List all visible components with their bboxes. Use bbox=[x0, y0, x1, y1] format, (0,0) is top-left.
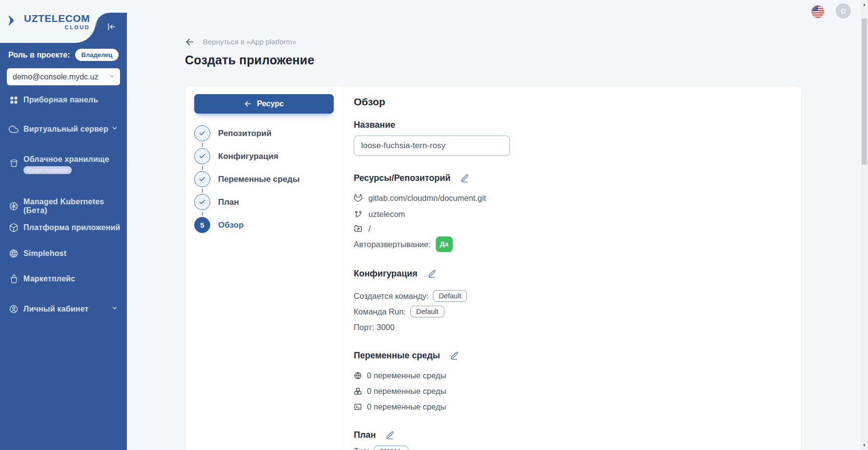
user-avatar[interactable]: D bbox=[836, 3, 851, 19]
repo-url: gitlab.com/cloudmn/document.git bbox=[368, 192, 486, 204]
cube-icon bbox=[9, 223, 19, 233]
resource-back-button[interactable]: Ресурс bbox=[194, 94, 334, 114]
sidebar-item-dashboard[interactable]: Приборная панель bbox=[0, 95, 127, 105]
project-select[interactable]: demo@console.mydc.uz bbox=[7, 68, 120, 85]
env-count-text: 0 переменные среды bbox=[367, 401, 446, 412]
app-window: UZTELECOM CLOUD Роль в проекте: Владелец… bbox=[0, 0, 868, 450]
role-label: Роль в проекте: bbox=[8, 51, 70, 59]
collapse-sidebar-button[interactable] bbox=[101, 20, 121, 36]
step-connector bbox=[194, 164, 334, 171]
step-label: Переменные среды bbox=[218, 175, 300, 184]
sidebar-item-label: Виртуальный сервер bbox=[23, 125, 108, 134]
sidebar-item-label: Облачное хранилище bbox=[23, 155, 109, 164]
collapse-sidebar-icon bbox=[106, 21, 117, 34]
sidebar-item-label: Личный кабинет bbox=[23, 305, 89, 313]
port-row: Порт: 3000 bbox=[354, 320, 787, 334]
port-value: 3000 bbox=[377, 323, 395, 332]
autodeploy-badge: Да bbox=[436, 236, 453, 252]
sidebar: UZTELECOM CLOUD Роль в проекте: Владелец… bbox=[0, 0, 127, 450]
modules-icon bbox=[354, 387, 362, 395]
dashboard-icon bbox=[9, 95, 19, 105]
env-count-text: 0 переменные среды bbox=[367, 385, 446, 397]
overview-panel: Обзор Название Ресурсы/Репозиторий gitla… bbox=[343, 86, 801, 450]
sidebar-item-label: Приборная панель bbox=[23, 96, 98, 104]
scroll-up-arrow[interactable]: ▲ bbox=[861, 1, 868, 8]
gitlab-icon bbox=[354, 194, 363, 202]
repo-section-title: Ресурсы/Репозиторий bbox=[354, 172, 450, 184]
folder-export-icon bbox=[354, 224, 363, 233]
back-link-label: Вернуться в «App platform» bbox=[203, 37, 296, 47]
sidebar-item-simplehost[interactable]: Simplehost bbox=[0, 249, 127, 258]
sidebar-item-virtual-server[interactable]: Виртуальный сервер bbox=[0, 124, 127, 134]
scroll-down-arrow[interactable]: ▼ bbox=[861, 442, 868, 449]
coming-soon-badge: Скоро появится bbox=[23, 166, 72, 174]
brand-sub: CLOUD bbox=[65, 25, 90, 30]
back-link[interactable]: Вернуться в «App platform» bbox=[185, 37, 314, 47]
plan-section-title: План bbox=[354, 429, 376, 441]
edit-config-button[interactable] bbox=[427, 269, 437, 278]
repo-branch-row: uztelecom bbox=[354, 208, 787, 220]
sidebar-item-app-platform[interactable]: Платформа приложений bbox=[0, 223, 127, 233]
language-us-flag-icon[interactable] bbox=[811, 5, 824, 18]
step-repository[interactable]: Репозиторий bbox=[194, 125, 334, 141]
resource-back-label: Ресурс bbox=[257, 99, 283, 108]
step-plan[interactable]: План bbox=[194, 194, 334, 210]
project-select-value: demo@console.mydc.uz bbox=[13, 73, 98, 81]
repo-path: / bbox=[368, 223, 371, 235]
step-overview-active[interactable]: 5 Обзор bbox=[194, 217, 334, 233]
plan-type-badge: SMALL bbox=[374, 446, 408, 450]
sidebar-item-label: Платформа приложений bbox=[23, 223, 121, 232]
step-check-icon bbox=[194, 171, 210, 187]
globe-icon bbox=[9, 249, 19, 258]
logo-waves-icon bbox=[8, 14, 20, 29]
sidebar-item-managed-kubernetes[interactable]: Managed Kubernetes (Бета) bbox=[0, 197, 127, 215]
autodeploy-label: Авторазвертывание: bbox=[354, 238, 431, 250]
env-global-row: 0 переменные среды bbox=[354, 370, 787, 381]
build-command-row: Создается команду: Default bbox=[354, 289, 787, 303]
wizard-steps-panel: Ресурс Репозиторий Конфигурация bbox=[185, 86, 343, 450]
config-section-title: Конфигурация bbox=[354, 268, 418, 279]
step-configuration[interactable]: Конфигурация bbox=[194, 148, 334, 164]
globe-icon bbox=[354, 372, 362, 380]
step-check-icon bbox=[194, 125, 210, 141]
env-build-row: 0 переменные среды bbox=[354, 385, 787, 397]
cloud-icon bbox=[9, 124, 19, 134]
step-env-variables[interactable]: Переменные среды bbox=[194, 171, 334, 187]
app-name-input[interactable] bbox=[354, 136, 510, 156]
page-title: Создать приложение bbox=[185, 53, 314, 67]
role-badge: Владелец bbox=[75, 49, 119, 61]
edit-repo-button[interactable] bbox=[460, 174, 469, 183]
step-connector bbox=[194, 210, 334, 217]
env-section-title: Переменные среды bbox=[354, 350, 440, 361]
terminal-icon bbox=[354, 403, 362, 411]
name-section-title: Название bbox=[354, 119, 787, 131]
scrollbar-thumb[interactable] bbox=[862, 19, 867, 165]
page-header: Вернуться в «App platform» Создать прило… bbox=[185, 37, 314, 67]
run-command-badge: Default bbox=[410, 306, 444, 317]
back-arrow-icon bbox=[244, 100, 252, 108]
chevron-down-icon bbox=[111, 125, 118, 134]
plan-type-label: Тип: bbox=[354, 447, 369, 450]
repo-path-row: / bbox=[354, 223, 787, 235]
step-label: Репозиторий bbox=[218, 129, 271, 138]
sidebar-item-personal-account[interactable]: Личный кабинет bbox=[0, 304, 127, 314]
edit-plan-button[interactable] bbox=[385, 430, 395, 440]
run-command-label: Команда Run: bbox=[354, 307, 406, 316]
sidebar-item-cloud-storage[interactable]: Облачное хранилище Скоро появится bbox=[0, 155, 127, 174]
env-count-text: 0 переменные среды bbox=[367, 370, 446, 381]
wizard-steps: Репозиторий Конфигурация Переменные сред… bbox=[194, 125, 334, 233]
step-label: Обзор bbox=[218, 220, 243, 230]
bucket-icon bbox=[9, 158, 19, 168]
sidebar-item-marketplace[interactable]: Маркетплейс bbox=[0, 274, 127, 284]
autodeploy-row: Авторазвертывание: Да bbox=[354, 237, 787, 251]
avatar-initial: D bbox=[841, 7, 846, 15]
uztelecom-logo[interactable]: UZTELECOM CLOUD bbox=[8, 13, 90, 30]
build-command-badge: Default bbox=[433, 290, 467, 302]
plan-type-row: Тип: SMALL bbox=[354, 446, 787, 450]
step-label: Конфигурация bbox=[218, 152, 278, 161]
chevron-down-icon bbox=[111, 305, 118, 313]
edit-env-button[interactable] bbox=[450, 351, 459, 360]
sidebar-item-label: Simplehost bbox=[23, 249, 66, 258]
build-command-label: Создается команду: bbox=[354, 292, 428, 301]
bag-icon bbox=[9, 274, 19, 284]
